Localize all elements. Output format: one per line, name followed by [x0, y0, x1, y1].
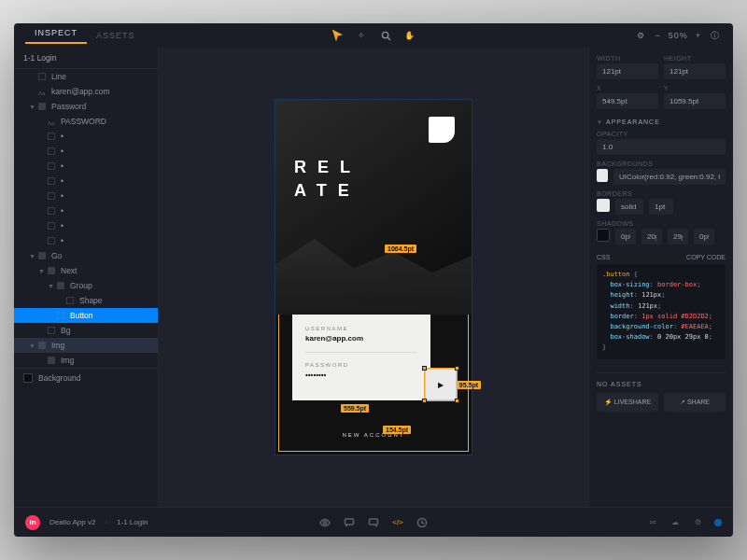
- layer--[interactable]: •: [14, 159, 158, 174]
- shape-icon: [66, 297, 74, 304]
- tab-inspect[interactable]: INSPECT: [25, 28, 87, 44]
- folder-icon: [38, 103, 46, 110]
- shape-icon: [48, 147, 55, 155]
- shadows-label: SHADOWS: [597, 220, 726, 227]
- background-swatch-icon: [23, 373, 33, 383]
- layer--[interactable]: •: [14, 174, 158, 189]
- code-mode-icon[interactable]: </>: [392, 517, 403, 528]
- border-px-input[interactable]: [649, 199, 673, 215]
- shadow-blur-input[interactable]: [668, 229, 688, 245]
- x-label: X: [597, 85, 658, 91]
- inspector-panel: WIDTH HEIGHT X Y ▼APPEARANCE: [588, 48, 733, 507]
- layer--[interactable]: •: [14, 129, 158, 144]
- shadow-x-input[interactable]: [615, 229, 636, 245]
- layer-bg[interactable]: Bg: [14, 323, 158, 338]
- layer-shape[interactable]: Shape: [14, 293, 158, 308]
- brand-logo-icon: [429, 117, 455, 143]
- footer-modes: </>: [319, 517, 428, 528]
- canvas[interactable]: REL ATE USERNAME karen@app.com PASSWORD …: [159, 48, 588, 507]
- svg-rect-2: [345, 519, 354, 525]
- history-mode-icon[interactable]: [416, 517, 428, 528]
- svg-point-1: [324, 521, 327, 524]
- shape-icon: [48, 133, 55, 140]
- help-icon[interactable]: ⓘ: [709, 29, 722, 42]
- artboard-title[interactable]: 1-1 Login: [14, 48, 158, 69]
- artboard[interactable]: REL ATE USERNAME karen@app.com PASSWORD …: [275, 100, 472, 455]
- zoom-tool-icon[interactable]: [379, 29, 392, 42]
- code-block[interactable]: .button { box-sizing: border-box; height…: [597, 264, 726, 359]
- cloud-icon[interactable]: ☁: [669, 517, 681, 528]
- layer-line[interactable]: Line: [14, 69, 158, 84]
- backgrounds-label: BACKGROUNDS: [597, 161, 726, 167]
- hand-tool-icon[interactable]: ✋: [403, 29, 416, 42]
- zoom-out-icon[interactable]: −: [655, 31, 660, 40]
- layer-password[interactable]: ▼Password: [14, 99, 158, 114]
- shadow-swatch-icon[interactable]: [597, 229, 610, 242]
- tab-assets[interactable]: ASSETS: [87, 31, 145, 40]
- appearance-section[interactable]: ▼APPEARANCE: [597, 119, 726, 125]
- measurement-badge: 154.5pt: [383, 426, 411, 434]
- opacity-label: OPACITY: [597, 131, 726, 137]
- comment-mode-icon[interactable]: [344, 517, 355, 528]
- bg-swatch-icon[interactable]: [597, 169, 608, 182]
- border-type-input[interactable]: [615, 199, 643, 215]
- layer--[interactable]: •: [14, 218, 158, 233]
- layer-password[interactable]: PASSWORD: [14, 114, 158, 129]
- resize-handle-icon[interactable]: [422, 399, 427, 403]
- breadcrumb-screen[interactable]: 1-1 Login: [117, 518, 148, 526]
- resize-handle-icon[interactable]: [455, 366, 459, 371]
- username-value: karen@app.com: [305, 334, 417, 343]
- borders-label: BORDERS: [597, 190, 726, 197]
- share-button[interactable]: ↗ SHARE: [664, 393, 726, 412]
- preview-mode-icon[interactable]: [319, 517, 331, 528]
- layer--[interactable]: •: [14, 203, 158, 218]
- shape-icon: [48, 192, 55, 200]
- css-section-label[interactable]: CSS: [597, 254, 610, 260]
- layer--[interactable]: •: [14, 189, 158, 203]
- layer-group[interactable]: ▼Group: [14, 278, 158, 293]
- resize-handle-icon[interactable]: [455, 399, 459, 403]
- height-input[interactable]: [664, 63, 726, 79]
- shadow-y-input[interactable]: [641, 229, 662, 245]
- settings-icon[interactable]: ⚙: [634, 29, 647, 42]
- zoom-level: 50%: [669, 31, 688, 40]
- copy-code-button[interactable]: COPY CODE: [686, 254, 726, 260]
- shadow-spread-input[interactable]: [694, 229, 714, 245]
- pointer-tool-icon[interactable]: [331, 29, 344, 42]
- measurement-badge: 95.5pt: [457, 381, 481, 389]
- gear-icon[interactable]: ⚙: [692, 517, 703, 528]
- zoom-in-icon[interactable]: +: [696, 31, 701, 40]
- bg-value-input[interactable]: [613, 169, 726, 185]
- expand-tool-icon[interactable]: ✧: [355, 29, 368, 42]
- resize-handle-icon[interactable]: [422, 366, 427, 371]
- opacity-input[interactable]: [597, 139, 726, 155]
- top-right-controls: ⚙ − 50% + ⓘ: [634, 29, 722, 42]
- y-input[interactable]: [664, 93, 726, 109]
- invision-logo-icon[interactable]: in: [25, 515, 40, 530]
- layer-go[interactable]: ▼Go: [14, 248, 158, 263]
- layer-next[interactable]: ▼Next: [14, 263, 158, 278]
- layer-img[interactable]: ▼Img: [14, 338, 158, 353]
- x-input[interactable]: [597, 93, 658, 109]
- layer-img[interactable]: Img: [14, 353, 158, 368]
- layer--[interactable]: •: [14, 233, 158, 248]
- background-layer[interactable]: Background: [14, 368, 158, 387]
- share-icon[interactable]: ⫘: [647, 517, 658, 528]
- img-icon: [48, 357, 55, 364]
- comment2-mode-icon[interactable]: [368, 517, 379, 528]
- layer--[interactable]: •: [14, 144, 158, 159]
- selected-button-element[interactable]: [425, 369, 457, 400]
- new-account-link: NEW ACCOUNT: [275, 432, 472, 438]
- breadcrumb-project[interactable]: Dealio App v2: [49, 518, 95, 526]
- layer-karen-app-com[interactable]: karen@app.com: [14, 84, 158, 99]
- width-input[interactable]: [597, 63, 658, 79]
- border-swatch-icon[interactable]: [597, 199, 610, 212]
- shape-icon: [48, 237, 55, 245]
- liveshare-button[interactable]: ⚡ LIVESHARE: [597, 393, 658, 412]
- brand-wordmark: REL ATE: [294, 156, 361, 203]
- layer-button[interactable]: Button: [14, 308, 158, 323]
- svg-point-0: [382, 32, 388, 37]
- folder-icon: [57, 282, 64, 289]
- presence-dot-icon[interactable]: [714, 519, 722, 526]
- svg-rect-3: [370, 519, 378, 525]
